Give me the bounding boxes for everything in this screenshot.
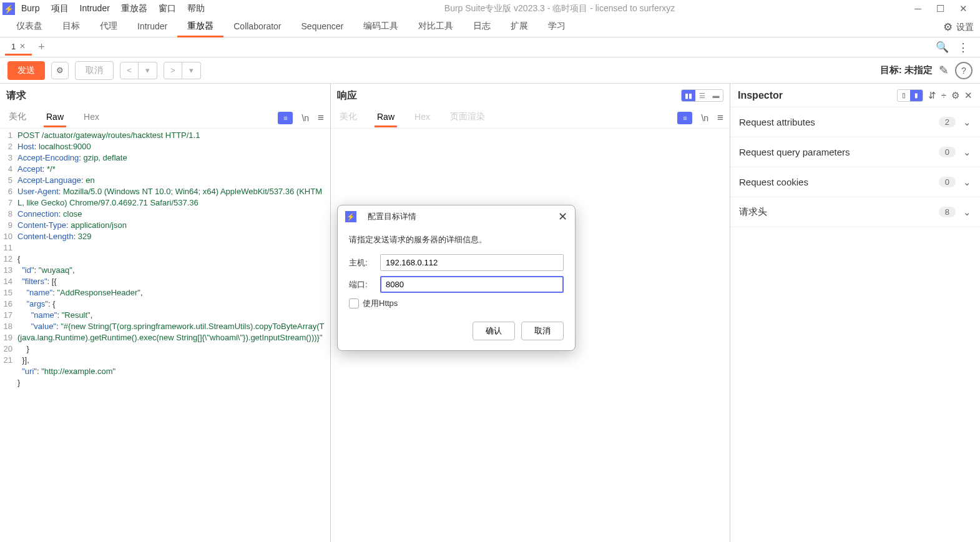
tab-dashboard[interactable]: 仪表盘 (6, 17, 52, 37)
dialog-title: 配置目标详情 (368, 211, 416, 222)
response-subtabs: 美化 Raw Hex 页面渲染 ≡ \n ≡ (331, 107, 730, 129)
layout-single-icon[interactable]: ▬ (709, 90, 723, 101)
cancel-button[interactable]: 取消 (75, 61, 114, 80)
maximize-icon[interactable]: ☐ (936, 3, 944, 14)
more-icon[interactable]: ⋮ (958, 41, 969, 54)
repeater-tab-1[interactable]: 1 ✕ (5, 39, 32, 56)
history-back-button[interactable]: < (120, 62, 139, 79)
help-icon[interactable]: ? (955, 62, 973, 79)
edit-target-icon[interactable]: ✎ (939, 63, 949, 77)
port-input[interactable] (380, 276, 564, 293)
gear-icon[interactable]: ⚙ (951, 90, 959, 101)
history-back-group: < ▾ (120, 62, 157, 79)
inspector-row[interactable]: Request attributes2⌄ (730, 107, 980, 137)
inspector-row-count: 2 (939, 117, 956, 127)
host-label: 主机: (349, 257, 380, 269)
inspector-title: Inspector (738, 90, 783, 101)
newline-icon[interactable]: \n (301, 113, 309, 123)
menu-window[interactable]: 窗口 (159, 3, 176, 14)
response-title: 响应 (337, 89, 357, 102)
layout-columns-icon[interactable]: ▮▮ (682, 90, 695, 101)
tab-repeater[interactable]: 重放器 (177, 17, 223, 37)
send-options-button[interactable]: ⚙ (51, 62, 69, 79)
history-forward-dropdown[interactable]: ▾ (182, 62, 201, 79)
response-tab-hex[interactable]: Hex (412, 108, 433, 127)
send-button[interactable]: 发送 (7, 61, 45, 80)
dialog-description: 请指定发送请求的服务器的详细信息。 (349, 234, 564, 245)
response-tab-pretty[interactable]: 美化 (337, 107, 360, 128)
inspector-row[interactable]: 请求头8⌄ (730, 197, 980, 227)
chevron-down-icon: ⌄ (963, 147, 971, 158)
history-forward-group: > ▾ (164, 62, 201, 79)
inspector-row-count: 8 (939, 207, 956, 217)
menu-intruder[interactable]: Intruder (80, 3, 110, 14)
repeater-tabs: 1 ✕ + 🔍 ⋮ (0, 37, 980, 57)
dialog-close-icon[interactable]: ✕ (558, 210, 567, 224)
close-inspector-icon[interactable]: ✕ (964, 90, 973, 101)
menu-help[interactable]: 帮助 (187, 3, 205, 14)
fold-icon[interactable]: ≡ (677, 112, 692, 124)
settings-label[interactable]: 设置 (956, 22, 974, 33)
expand-icon[interactable]: ⇵ (928, 90, 936, 101)
tab-proxy[interactable]: 代理 (90, 17, 127, 37)
toolbar: 发送 ⚙ 取消 < ▾ > ▾ 目标: 未指定 ✎ ? (0, 57, 980, 84)
inspector-view-a-icon[interactable]: ▯ (898, 90, 910, 101)
inspector-row[interactable]: Request query parameters0⌄ (730, 137, 980, 167)
response-tab-render[interactable]: 页面渲染 (448, 107, 488, 128)
menu-project[interactable]: 项目 (51, 3, 69, 14)
request-tab-pretty[interactable]: 美化 (6, 107, 29, 128)
target-label: 目标: 未指定 (880, 64, 933, 76)
response-tab-raw[interactable]: Raw (375, 108, 397, 127)
request-tab-hex[interactable]: Hex (81, 108, 102, 127)
tab-target[interactable]: 目标 (52, 17, 90, 37)
tab-extensions[interactable]: 扩展 (501, 17, 538, 37)
window-title: Burp Suite专业版 v2023.3 - 临时项目 - licensed … (205, 3, 915, 14)
chevron-down-icon: ⌄ (963, 207, 971, 218)
tab-comparer[interactable]: 对比工具 (408, 17, 463, 37)
hamburger-icon[interactable]: ≡ (318, 112, 324, 124)
history-forward-button[interactable]: > (164, 62, 182, 79)
tab-collaborator[interactable]: Collaborator (223, 17, 291, 37)
dialog-cancel-button[interactable]: 取消 (521, 322, 564, 340)
dialog-ok-button[interactable]: 确认 (473, 322, 515, 340)
add-tab-icon[interactable]: + (38, 41, 45, 54)
request-code[interactable]: POST /actuator/gateway/routes/hacktest H… (15, 129, 330, 542)
tab-learn[interactable]: 学习 (538, 17, 576, 37)
inspector-row-label: Request cookies (739, 177, 808, 187)
window-controls: ─ ☐ ✕ (914, 3, 978, 14)
search-icon[interactable]: 🔍 (936, 41, 949, 54)
inspector-row[interactable]: Request cookies0⌄ (730, 167, 980, 197)
tab-sequencer[interactable]: Sequencer (292, 17, 354, 37)
tab-logger[interactable]: 日志 (463, 17, 501, 37)
inspector-row-label: Request attributes (739, 117, 815, 127)
inspector-view-b-icon[interactable]: ▮ (910, 90, 923, 101)
layout-rows-icon[interactable]: ☰ (695, 90, 709, 101)
hamburger-icon[interactable]: ≡ (717, 112, 723, 124)
layout-toggle[interactable]: ▮▮ ☰ ▬ (681, 89, 723, 102)
inspector-view-toggle[interactable]: ▯ ▮ (897, 89, 923, 102)
dialog-app-icon: ⚡ (345, 211, 356, 222)
gear-icon[interactable]: ⚙ (943, 21, 953, 34)
minimize-icon[interactable]: ─ (914, 3, 921, 14)
tab-decoder[interactable]: 编码工具 (353, 17, 408, 37)
close-icon[interactable]: ✕ (959, 3, 968, 14)
request-tab-raw[interactable]: Raw (44, 108, 66, 127)
https-checkbox[interactable] (349, 298, 359, 308)
collapse-icon[interactable]: ÷ (941, 90, 946, 101)
request-subtabs: 美化 Raw Hex ≡ \n ≡ (0, 107, 330, 129)
close-tab-icon[interactable]: ✕ (19, 42, 26, 51)
chevron-down-icon: ⌄ (963, 177, 971, 188)
titlebar: ⚡ Burp 项目 Intruder 重放器 窗口 帮助 Burp Suite专… (0, 0, 980, 17)
fold-icon[interactable]: ≡ (278, 112, 293, 124)
chevron-down-icon: ⌄ (963, 117, 971, 128)
inspector-row-count: 0 (939, 177, 956, 187)
host-input[interactable] (380, 254, 564, 271)
menu-repeater[interactable]: 重放器 (121, 3, 147, 14)
menu-bar: Burp 项目 Intruder 重放器 窗口 帮助 (21, 3, 205, 14)
inspector-panel: Inspector ▯ ▮ ⇵ ÷ ⚙ ✕ Request attributes… (730, 84, 980, 542)
newline-icon[interactable]: \n (701, 113, 708, 123)
tab-intruder[interactable]: Intruder (127, 17, 177, 37)
request-editor[interactable]: 123456789101112131415161718192021 POST /… (0, 129, 330, 542)
history-back-dropdown[interactable]: ▾ (139, 62, 157, 79)
menu-burp[interactable]: Burp (21, 3, 40, 14)
